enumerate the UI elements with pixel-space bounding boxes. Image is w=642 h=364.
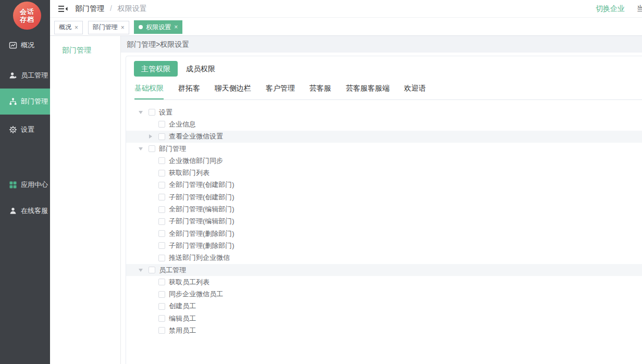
breadcrumb-separator: /	[110, 4, 112, 12]
tree-label: 全部门管理(创建部门)	[169, 180, 234, 190]
member-permission-button[interactable]: 成员权限	[184, 61, 217, 77]
checkbox[interactable]	[158, 121, 165, 128]
checkbox[interactable]	[158, 279, 165, 285]
checkbox[interactable]	[158, 182, 165, 189]
caret-icon	[145, 291, 155, 298]
manager-permission-button[interactable]: 主管权限	[134, 61, 178, 77]
tree-row[interactable]: 禁用员工	[126, 324, 642, 336]
caret-icon	[145, 181, 155, 189]
tree-label: 编辑员工	[169, 314, 196, 323]
sidebar-item-settings[interactable]: 设置	[0, 117, 50, 143]
switch-company-link[interactable]: 切换企业	[596, 0, 625, 17]
checkbox[interactable]	[158, 255, 165, 261]
tag-overview[interactable]: 概况 ×	[54, 21, 83, 34]
settings-gear-icon	[9, 125, 17, 134]
sidebar-item-department-management[interactable]: 部门管理	[0, 89, 50, 115]
sidebar-toggle-icon[interactable]	[58, 5, 68, 12]
close-icon[interactable]: ×	[121, 24, 125, 31]
permission-tree: 设置 企业信息 查看企业微信设置 部门管理	[126, 106, 642, 337]
tree-label: 子部门管理(创建部门)	[169, 193, 234, 202]
checkbox[interactable]	[158, 133, 165, 140]
sidebar-item-label: 部门管理	[21, 97, 48, 106]
checkbox[interactable]	[158, 194, 165, 200]
tree-row[interactable]: 企业信息	[126, 118, 642, 130]
checkbox[interactable]	[158, 157, 165, 164]
checkbox[interactable]	[158, 315, 165, 322]
tree-row[interactable]: 创建员工	[126, 300, 642, 312]
perm-tab-welcome-message[interactable]: 欢迎语	[404, 84, 426, 99]
tree-row[interactable]: 查看企业微信设置	[126, 131, 642, 143]
tree-row[interactable]: 子部门管理(删除部门)	[126, 240, 642, 252]
tag-label: 权限设置	[146, 23, 171, 32]
checkbox[interactable]	[149, 109, 155, 116]
department-management-icon	[9, 97, 17, 106]
close-icon[interactable]: ×	[75, 24, 78, 31]
checkbox[interactable]	[158, 242, 165, 249]
caret-icon	[145, 230, 155, 237]
employee-management-icon	[9, 71, 17, 80]
checkbox[interactable]	[158, 230, 165, 237]
tree-label: 获取员工列表	[169, 278, 209, 287]
caret-icon[interactable]	[145, 133, 155, 140]
tree-row[interactable]: 员工管理	[126, 264, 642, 276]
caret-icon	[145, 206, 155, 213]
tree-row[interactable]: 全部门管理(编辑部门)	[126, 203, 642, 215]
checkbox[interactable]	[158, 327, 165, 334]
tree-label: 创建员工	[169, 302, 196, 311]
department-tree-panel: 部门管理	[50, 36, 121, 364]
perm-tab-basic[interactable]: 基础权限	[134, 84, 164, 99]
checkbox[interactable]	[149, 145, 155, 152]
tree-row[interactable]: 企业微信部门同步	[126, 155, 642, 167]
caret-icon	[145, 169, 155, 177]
tree-row[interactable]: 获取部门列表	[126, 167, 642, 179]
perm-tab-yun-kefu-client[interactable]: 芸客服客服端	[345, 84, 389, 99]
tree-row[interactable]: 获取员工列表	[126, 276, 642, 288]
tree-row[interactable]: 全部门管理(删除部门)	[126, 228, 642, 240]
tree-label: 全部门管理(删除部门)	[169, 229, 234, 239]
current-company-clipped-text[interactable]: 当前企业	[637, 0, 642, 17]
caret-icon[interactable]	[135, 145, 145, 153]
tree-label: 子部门管理(删除部门)	[169, 241, 234, 250]
breadcrumb-current: 权限设置	[118, 4, 147, 12]
tree-label: 部门管理	[159, 144, 186, 154]
tag-label: 概况	[59, 23, 71, 32]
caret-icon	[145, 242, 155, 249]
perm-tab-group-expansion[interactable]: 群拓客	[178, 84, 200, 99]
tree-row[interactable]: 子部门管理(创建部门)	[126, 191, 642, 203]
checkbox[interactable]	[158, 170, 165, 177]
sidebar-item-app-center[interactable]: 应用中心	[0, 172, 50, 198]
checkbox[interactable]	[149, 267, 155, 273]
sidebar-item-overview[interactable]: 概况	[0, 32, 50, 58]
permission-tabs: 基础权限 群拓客 聊天侧边栏 客户管理 芸客服 芸客服客服端 欢迎语	[134, 84, 642, 100]
caret-icon	[145, 254, 155, 261]
caret-icon[interactable]	[135, 267, 145, 274]
checkbox[interactable]	[158, 218, 165, 225]
close-icon[interactable]: ×	[174, 23, 178, 31]
tree-row[interactable]: 部门管理	[126, 143, 642, 155]
caret-icon[interactable]	[135, 109, 145, 116]
checkbox[interactable]	[158, 291, 165, 298]
tag-department-management[interactable]: 部门管理 ×	[88, 21, 129, 34]
caret-icon	[145, 279, 155, 286]
tree-row[interactable]: 同步企业微信员工	[126, 288, 642, 300]
sidebar-item-employee-management[interactable]: 员工管理	[0, 62, 50, 89]
checkbox[interactable]	[158, 206, 165, 213]
breadcrumb-section[interactable]: 部门管理	[75, 4, 104, 12]
department-tree-root[interactable]: 部门管理	[50, 36, 120, 55]
sidebar-item-online-service[interactable]: 在线客服	[0, 198, 50, 224]
tree-label: 查看企业微信设置	[169, 132, 223, 141]
perm-tab-yun-kefu[interactable]: 芸客服	[310, 84, 331, 99]
checkbox[interactable]	[158, 303, 165, 310]
tree-row[interactable]: 推送部门到企业微信	[126, 252, 642, 264]
overview-icon	[9, 41, 17, 49]
sidebar-item-label: 员工管理	[21, 71, 48, 80]
tree-row[interactable]: 编辑员工	[126, 312, 642, 324]
tree-row[interactable]: 子部门管理(编辑部门)	[126, 216, 642, 228]
sidebar-item-label: 在线客服	[21, 206, 48, 216]
perm-tab-chat-sidebar[interactable]: 聊天侧边栏	[215, 84, 251, 99]
tree-row[interactable]: 全部门管理(创建部门)	[126, 179, 642, 191]
caret-icon	[145, 303, 155, 310]
perm-tab-customer-management[interactable]: 客户管理	[266, 84, 295, 99]
tag-permission-settings[interactable]: 权限设置 ×	[134, 20, 182, 34]
tree-row[interactable]: 设置	[126, 106, 642, 118]
